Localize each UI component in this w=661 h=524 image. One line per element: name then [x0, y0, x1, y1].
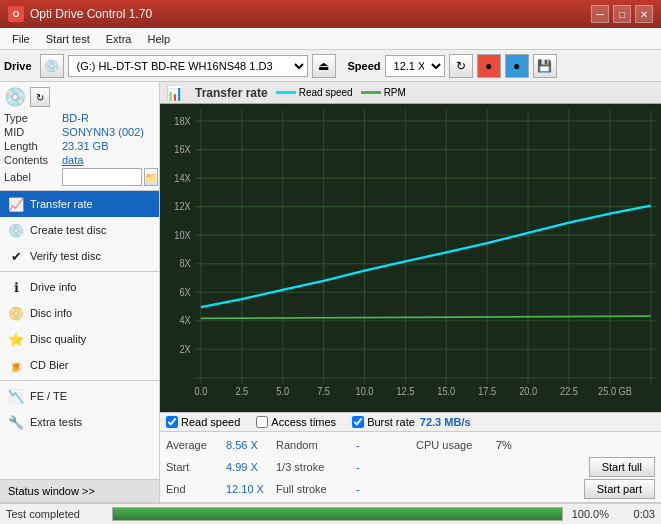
nav-disc-info[interactable]: 📀 Disc info	[0, 300, 159, 326]
blue-btn[interactable]: ●	[505, 54, 529, 78]
disc-refresh-button[interactable]: ↻	[30, 87, 50, 107]
minimize-button[interactable]: ─	[591, 5, 609, 23]
burst-rate-checkbox-label: Burst rate	[367, 416, 415, 428]
status-window-label: Status window >>	[8, 485, 95, 497]
read-speed-checkbox[interactable]	[166, 416, 178, 428]
start-value: 4.99 X	[226, 461, 276, 473]
nav-items: 📈 Transfer rate 💿 Create test disc ✔ Ver…	[0, 191, 159, 479]
cpu-usage-value: 7%	[496, 439, 546, 451]
svg-text:18X: 18X	[174, 115, 191, 127]
svg-text:20.0: 20.0	[519, 385, 537, 397]
drive-toolbar: Drive 💿 (G:) HL-DT-ST BD-RE WH16NS48 1.D…	[0, 50, 661, 82]
save-button[interactable]: 💾	[533, 54, 557, 78]
legend-rpm-color	[361, 91, 381, 94]
random-label: Random	[276, 439, 356, 451]
red-btn[interactable]: ●	[477, 54, 501, 78]
menu-file[interactable]: File	[4, 31, 38, 47]
access-times-checkbox[interactable]	[256, 416, 268, 428]
data-rows: Average 8.56 X Random - CPU usage 7% Sta…	[160, 431, 661, 502]
status-window-button[interactable]: Status window >>	[0, 479, 159, 502]
drive-icon-button[interactable]: 💿	[40, 54, 64, 78]
nav-create-test-disc[interactable]: 💿 Create test disc	[0, 217, 159, 243]
start-part-button[interactable]: Start part	[584, 479, 655, 499]
one-third-stroke-value: -	[356, 461, 416, 473]
svg-text:7.5: 7.5	[317, 385, 330, 397]
legend-rpm: RPM	[361, 87, 406, 98]
svg-text:17.5: 17.5	[478, 385, 496, 397]
menu-start-test[interactable]: Start test	[38, 31, 98, 47]
svg-text:16X: 16X	[174, 144, 191, 156]
label-label: Label	[4, 171, 62, 183]
title-bar: O Opti Drive Control 1.70 ─ □ ✕	[0, 0, 661, 28]
nav-verify-test-disc[interactable]: ✔ Verify test disc	[0, 243, 159, 269]
nav-create-test-disc-label: Create test disc	[30, 224, 106, 236]
one-third-stroke-label: 1/3 stroke	[276, 461, 356, 473]
length-value: 23.31 GB	[62, 140, 108, 152]
app-title: Opti Drive Control 1.70	[30, 7, 152, 21]
svg-text:15.0: 15.0	[437, 385, 455, 397]
transfer-rate-icon: 📈	[8, 196, 24, 212]
full-stroke-value: -	[356, 483, 416, 495]
app-icon: O	[8, 6, 24, 22]
disc-panel-icon: 💿	[4, 86, 26, 108]
nav-transfer-rate[interactable]: 📈 Transfer rate	[0, 191, 159, 217]
svg-text:5.0: 5.0	[276, 385, 289, 397]
progress-bar-container	[112, 507, 563, 521]
contents-value[interactable]: data	[62, 154, 83, 166]
start-label: Start	[166, 461, 226, 473]
close-button[interactable]: ✕	[635, 5, 653, 23]
burst-rate-checkbox-item: Burst rate 72.3 MB/s	[352, 416, 470, 428]
drive-info-icon: ℹ	[8, 279, 24, 295]
drive-label: Drive	[4, 60, 32, 72]
svg-text:6X: 6X	[179, 286, 191, 298]
sidebar: 💿 ↻ Type BD-R MID SONYNN3 (002) Length 2…	[0, 82, 160, 502]
menu-extra[interactable]: Extra	[98, 31, 140, 47]
content-area: 📊 Transfer rate Read speed RPM	[160, 82, 661, 502]
burst-rate-checkbox[interactable]	[352, 416, 364, 428]
chart-title: Transfer rate	[195, 86, 268, 100]
label-folder-button[interactable]: 📁	[144, 168, 158, 186]
legend-read-speed-label: Read speed	[299, 87, 353, 98]
refresh-button[interactable]: ↻	[449, 54, 473, 78]
start-full-button[interactable]: Start full	[589, 457, 655, 477]
nav-extra-tests[interactable]: 🔧 Extra tests	[0, 409, 159, 435]
disc-panel: 💿 ↻ Type BD-R MID SONYNN3 (002) Length 2…	[0, 82, 159, 191]
average-label: Average	[166, 439, 226, 451]
nav-disc-quality[interactable]: ⭐ Disc quality	[0, 326, 159, 352]
nav-drive-info[interactable]: ℹ Drive info	[0, 274, 159, 300]
status-bar: Test completed 100.0% 0:03	[0, 502, 661, 524]
nav-fe-te[interactable]: 📉 FE / TE	[0, 383, 159, 409]
eject-button[interactable]: ⏏	[312, 54, 336, 78]
mid-label: MID	[4, 126, 62, 138]
contents-label: Contents	[4, 154, 62, 166]
random-value: -	[356, 439, 416, 451]
nav-disc-quality-label: Disc quality	[30, 333, 86, 345]
read-speed-checkbox-label: Read speed	[181, 416, 240, 428]
menu-help[interactable]: Help	[139, 31, 178, 47]
label-input[interactable]	[62, 168, 142, 186]
svg-text:10X: 10X	[174, 229, 191, 241]
speed-select[interactable]: 12.1 X	[385, 55, 445, 77]
nav-transfer-rate-label: Transfer rate	[30, 198, 93, 210]
progress-label: 100.0%	[569, 508, 609, 520]
nav-cd-bier[interactable]: 🍺 CD Bier	[0, 352, 159, 378]
svg-text:25.0 GB: 25.0 GB	[598, 385, 632, 397]
status-text: Test completed	[6, 508, 106, 520]
nav-drive-info-label: Drive info	[30, 281, 76, 293]
data-row-start: Start 4.99 X 1/3 stroke - Start full	[166, 456, 655, 478]
length-label: Length	[4, 140, 62, 152]
nav-fe-te-label: FE / TE	[30, 390, 67, 402]
maximize-button[interactable]: □	[613, 5, 631, 23]
chart-icon: 📊	[166, 85, 183, 101]
fe-te-icon: 📉	[8, 388, 24, 404]
status-time: 0:03	[615, 508, 655, 520]
full-stroke-label: Full stroke	[276, 483, 356, 495]
svg-text:2X: 2X	[179, 343, 191, 355]
drive-select[interactable]: (G:) HL-DT-ST BD-RE WH16NS48 1.D3	[68, 55, 308, 77]
end-label: End	[166, 483, 226, 495]
svg-text:12X: 12X	[174, 201, 191, 213]
legend-read-speed: Read speed	[276, 87, 353, 98]
svg-text:4X: 4X	[179, 315, 191, 327]
burst-value: 72.3 MB/s	[420, 416, 471, 428]
stats-row: Read speed Access times Burst rate 72.3 …	[160, 412, 661, 431]
